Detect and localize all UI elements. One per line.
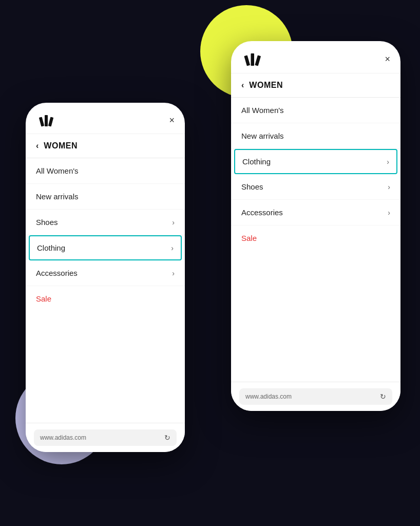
phone-back-header: × [26, 103, 185, 134]
phone-front-header: × [231, 41, 400, 73]
section-header-back: ‹ WOMEN [26, 134, 185, 158]
menu-item-label: Clothing [37, 243, 65, 252]
refresh-button-back[interactable]: ↻ [164, 434, 170, 442]
menu-item-label: Accessories [241, 208, 283, 217]
section-header-front: ‹ WOMEN [231, 73, 400, 98]
menu-item-label: Shoes [36, 218, 58, 227]
svg-rect-3 [48, 117, 53, 127]
chevron-right-icon: › [172, 218, 175, 227]
svg-rect-1 [39, 117, 44, 127]
chevron-right-icon: › [387, 158, 389, 166]
close-button-front[interactable]: × [385, 54, 390, 64]
close-button-back[interactable]: × [169, 116, 175, 125]
address-bar-inner-back: www.adidas.com ↻ [34, 429, 177, 446]
menu-item-clothing-back[interactable]: Clothing › [29, 235, 182, 260]
chevron-right-icon: › [388, 183, 390, 191]
refresh-button-front[interactable]: ↻ [380, 392, 386, 401]
svg-rect-4 [244, 55, 250, 66]
menu-item-label: Clothing [242, 157, 271, 166]
menu-item-all-womens-back[interactable]: All Women's [26, 158, 185, 184]
menu-item-label: Shoes [241, 182, 263, 191]
url-text-front: www.adidas.com [245, 393, 292, 400]
menu-item-shoes-back[interactable]: Shoes › [26, 210, 185, 235]
address-bar-back: www.adidas.com ↻ [26, 423, 185, 452]
menu-item-sale-back[interactable]: Sale [26, 286, 185, 311]
section-title-back: WOMEN [44, 141, 78, 151]
address-bar-front: www.adidas.com ↻ [231, 382, 400, 411]
menu-item-label: New arrivals [241, 132, 284, 140]
svg-rect-2 [45, 115, 48, 126]
svg-rect-5 [251, 53, 255, 66]
chevron-right-icon: › [388, 209, 390, 217]
phone-front: × ‹ WOMEN All Women's New arrivals Cloth… [231, 41, 400, 411]
adidas-logo-front [241, 51, 264, 67]
address-bar-inner-front: www.adidas.com ↻ [239, 388, 392, 405]
menu-item-accessories-back[interactable]: Accessories › [26, 260, 185, 286]
chevron-right-icon: › [172, 269, 175, 277]
menu-item-label: All Women's [36, 166, 79, 175]
menu-item-label-sale: Sale [241, 234, 257, 242]
svg-rect-6 [255, 55, 261, 66]
menu-list-front: All Women's New arrivals Clothing › Shoe… [231, 98, 400, 382]
phone-back: × ‹ WOMEN All Women's New arrivals Shoes… [26, 103, 185, 452]
menu-item-new-arrivals-front[interactable]: New arrivals [231, 123, 400, 149]
menu-item-all-womens-front[interactable]: All Women's [231, 98, 400, 123]
menu-item-shoes-front[interactable]: Shoes › [231, 174, 400, 200]
menu-item-sale-front[interactable]: Sale [231, 226, 400, 251]
menu-item-label-sale: Sale [36, 294, 51, 303]
menu-item-new-arrivals-back[interactable]: New arrivals [26, 184, 185, 210]
url-text-back: www.adidas.com [40, 434, 86, 441]
adidas-logo-back [36, 113, 56, 127]
menu-item-accessories-front[interactable]: Accessories › [231, 200, 400, 226]
menu-item-label: Accessories [36, 269, 78, 277]
menu-item-label: All Women's [241, 106, 284, 115]
menu-item-label: New arrivals [36, 192, 79, 201]
menu-list-back: All Women's New arrivals Shoes › Clothin… [26, 158, 185, 423]
section-title-front: WOMEN [249, 81, 283, 90]
phone-front-content: × ‹ WOMEN All Women's New arrivals Cloth… [231, 41, 400, 411]
menu-item-clothing-front[interactable]: Clothing › [234, 149, 397, 174]
phone-back-content: × ‹ WOMEN All Women's New arrivals Shoes… [26, 103, 185, 452]
back-arrow-front[interactable]: ‹ [241, 81, 244, 90]
chevron-right-icon: › [171, 244, 174, 252]
back-arrow-back[interactable]: ‹ [36, 141, 39, 151]
